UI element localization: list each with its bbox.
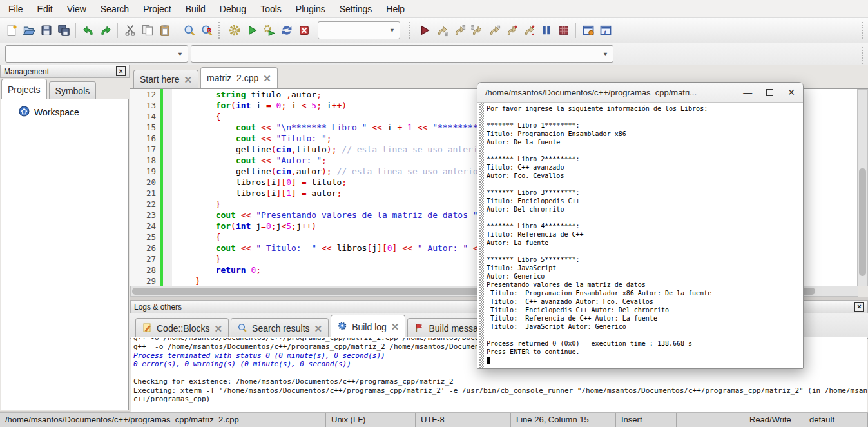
toolbar-gripper[interactable] xyxy=(862,47,865,64)
break-debugger-button[interactable] xyxy=(537,22,555,39)
toolbar-gripper[interactable] xyxy=(218,22,222,39)
open-file-icon xyxy=(23,24,35,37)
terminal-line: ******* Libro 1********: xyxy=(487,121,803,130)
xterm-scrollbar[interactable] xyxy=(479,103,484,368)
run-button[interactable] xyxy=(243,22,260,39)
menu-build[interactable]: Build xyxy=(178,1,213,17)
abort-icon xyxy=(298,24,311,37)
redo-button[interactable] xyxy=(97,22,114,39)
terminal-line xyxy=(487,113,803,121)
terminal-line: Autor: La fuente xyxy=(487,239,803,247)
debugging-windows-button[interactable] xyxy=(579,22,597,39)
line-number: 17 xyxy=(130,144,160,155)
console-body[interactable]: Por favor ingrese la siguiente informaci… xyxy=(477,103,803,368)
debugging-windows-icon xyxy=(582,24,595,37)
step-into-instruction-button[interactable] xyxy=(520,22,537,39)
menu-project[interactable]: Project xyxy=(136,1,178,17)
console-titlebar[interactable]: /home/msantos/Documentos/c++/programas_c… xyxy=(477,83,803,103)
save-all-button[interactable] xyxy=(55,22,72,39)
tab-symbols[interactable]: Symbols xyxy=(49,81,97,100)
menu-help[interactable]: Help xyxy=(379,1,412,17)
menu-file[interactable]: File xyxy=(1,1,30,17)
management-panel: Management × ProjectsSymbols Workspace xyxy=(0,65,130,411)
build-target-combo[interactable]: ▼ xyxy=(318,21,400,39)
close-panel-icon[interactable]: × xyxy=(854,302,864,312)
menu-plugins[interactable]: Plugins xyxy=(289,1,333,17)
search-combo[interactable]: ▼ xyxy=(191,45,613,63)
close-icon[interactable]: ✕ xyxy=(787,88,795,97)
new-file-button[interactable] xyxy=(3,22,20,39)
copy-button[interactable] xyxy=(139,22,156,39)
various-info-button[interactable]: i xyxy=(597,22,614,39)
debug-continue-button[interactable] xyxy=(416,22,433,39)
close-tab-icon[interactable]: ✕ xyxy=(263,74,271,83)
tab-projects[interactable]: Projects xyxy=(1,79,47,100)
projects-tree[interactable]: Workspace xyxy=(1,99,129,410)
build-and-run-button[interactable] xyxy=(260,22,278,39)
break-debugger-icon xyxy=(540,24,553,37)
debug-continue-icon xyxy=(418,24,431,37)
line-number: 21 xyxy=(130,188,160,199)
close-tab-icon[interactable]: ✕ xyxy=(391,322,400,332)
scrollbar-thumb[interactable] xyxy=(859,168,866,276)
run-to-cursor-button[interactable] xyxy=(433,22,450,39)
close-tab-icon[interactable]: ✕ xyxy=(184,75,192,84)
terminal-line: Autor: Generico xyxy=(487,272,803,281)
step-out-button[interactable] xyxy=(485,22,503,39)
logs-tab-build-log[interactable]: Build log✕ xyxy=(331,315,405,338)
terminal-line: Process returned 0 (0x0) execution time … xyxy=(487,339,803,348)
line-number: 13 xyxy=(130,100,160,111)
save-file-button[interactable] xyxy=(37,22,55,39)
logs-tab-code-blocks[interactable]: Code::Blocks✕ xyxy=(135,318,229,338)
toolbar-gripper[interactable] xyxy=(409,22,412,39)
new-file-icon xyxy=(5,24,18,37)
editor-vertical-scrollbar[interactable] xyxy=(857,89,868,286)
menu-debug[interactable]: Debug xyxy=(213,1,253,17)
paste-button[interactable] xyxy=(156,22,173,39)
terminal-line xyxy=(487,247,803,255)
stop-debugger-button[interactable] xyxy=(555,22,572,39)
menu-edit[interactable]: Edit xyxy=(30,1,60,17)
rebuild-button[interactable] xyxy=(278,22,295,39)
terminal-line: Titulo: Enciclopedis C++ xyxy=(487,197,803,205)
close-tab-icon[interactable]: ✕ xyxy=(314,324,323,333)
open-file-button[interactable] xyxy=(20,22,37,39)
fold-margin xyxy=(163,177,172,188)
find-button[interactable] xyxy=(180,22,198,39)
logs-tab-search-results[interactable]: Search results✕ xyxy=(231,318,329,338)
cut-icon xyxy=(124,24,137,37)
log-line: Executing: xterm -T '/home/msantos/Docum… xyxy=(133,386,867,395)
terminal-line: Press ENTER to continue. xyxy=(487,348,803,356)
abort-button[interactable] xyxy=(295,22,313,39)
editor-tab-start-here[interactable]: Start here✕ xyxy=(133,70,198,88)
maximize-icon[interactable] xyxy=(766,89,773,96)
editor-tab-matriz-2-cpp[interactable]: matriz_2.cpp✕ xyxy=(200,67,278,88)
terminal-line: Titulo: JavaScript xyxy=(487,264,803,272)
terminal-line: ******* Libro 2********: xyxy=(487,155,803,163)
save-all-icon xyxy=(57,24,70,37)
minimize-icon[interactable]: — xyxy=(743,88,752,97)
replace-button[interactable]: R xyxy=(198,22,215,39)
menu-view[interactable]: View xyxy=(60,1,93,17)
menu-search[interactable]: Search xyxy=(93,1,136,17)
undo-button[interactable] xyxy=(79,22,97,39)
step-into-button[interactable] xyxy=(468,22,485,39)
tree-item-workspace[interactable]: Workspace xyxy=(1,99,128,119)
menu-settings[interactable]: Settings xyxy=(333,1,380,17)
build-button[interactable] xyxy=(226,22,243,39)
toolbar-gripper[interactable] xyxy=(862,22,865,39)
compiler-combo[interactable]: ▼ xyxy=(5,45,188,63)
menu-tools[interactable]: Tools xyxy=(253,1,289,17)
next-line-button[interactable] xyxy=(450,22,468,39)
terminal-line: Titulo: Enciclopedis C++ Autor: Del chro… xyxy=(487,306,803,314)
terminal-line: Titulo: JavaScript Autor: Generico xyxy=(487,323,803,331)
save-file-icon xyxy=(40,24,53,37)
cut-button[interactable] xyxy=(121,22,139,39)
codeblocks-log-icon xyxy=(142,323,152,335)
build-messages-icon xyxy=(414,323,424,335)
close-panel-icon[interactable]: × xyxy=(116,66,126,76)
fold-margin xyxy=(163,166,172,177)
line-number: 12 xyxy=(130,89,160,100)
next-instruction-button[interactable] xyxy=(503,22,520,39)
close-tab-icon[interactable]: ✕ xyxy=(214,324,222,333)
